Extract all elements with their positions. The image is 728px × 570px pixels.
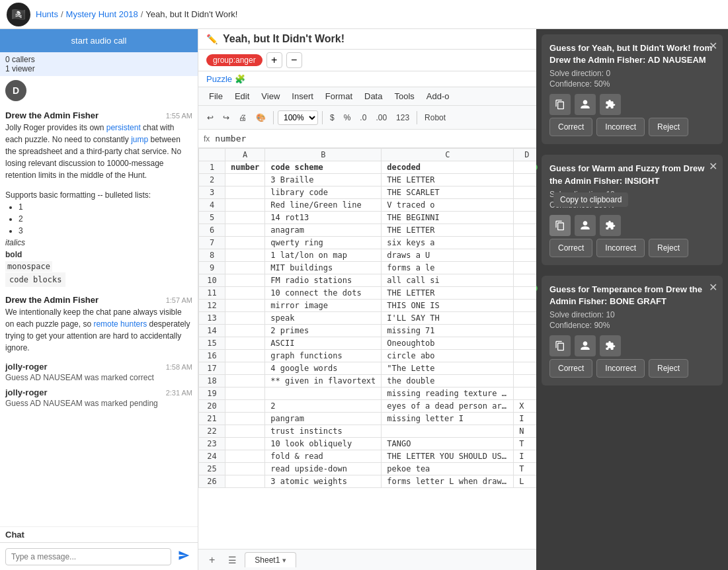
grid-cell-1-c[interactable]: decoded [382,161,514,174]
grid-cell-7-c[interactable]: six keys a [382,237,514,249]
grid-cell-24-d[interactable]: I [514,450,536,463]
grid-cell-18-b[interactable]: ** given in flavortext [265,375,382,387]
guess-card-1-incorrect-btn[interactable]: Incorrect [596,118,645,136]
grid-cell-4-d[interactable] [514,199,536,212]
guess-card-1-correct-btn[interactable]: Correct [549,118,592,136]
grid-cell-18-a[interactable] [225,375,265,387]
guess-card-1-close[interactable]: ✕ [709,40,717,52]
grid-cell-14-c[interactable]: missing 71 [382,325,514,337]
toolbar-undo[interactable]: ↩ [204,111,217,124]
grid-cell-7-d[interactable] [514,237,536,249]
grid-cell-13-c[interactable]: I'LL SAY TH [382,312,514,325]
grid-cell-18-c[interactable]: the double [382,375,514,387]
guess-card-1-reject-btn[interactable]: Reject [649,118,688,136]
grid-cell-22-b[interactable]: trust instincts [265,425,382,438]
grid-cell-2-a[interactable] [225,174,265,186]
grid-cell-25-a[interactable] [225,463,265,475]
toolbar-paintformat[interactable]: 🎨 [253,111,269,124]
toolbar-decimal1[interactable]: .0 [356,111,370,124]
row-num-10[interactable]: 10 [199,274,225,287]
menu-view[interactable]: View [256,90,285,102]
row-num-6[interactable]: 6 [199,224,225,237]
row-num-7[interactable]: 7 [199,237,225,249]
guess-card-1-user-btn[interactable] [575,94,596,115]
sheet-add-button[interactable]: + [204,551,220,569]
grid-cell-23-a[interactable] [225,438,265,450]
toolbar-decimal2[interactable]: .00 [372,111,390,124]
row-num-13[interactable]: 13 [199,312,225,325]
grid-cell-16-b[interactable]: graph functions [265,350,382,362]
grid-cell-17-c[interactable]: "The Lette [382,362,514,375]
grid-cell-2-c[interactable]: THE LETTER [382,174,514,186]
grid-cell-24-c[interactable]: THE LETTER YOU SHOULD USE IS INDIA [382,450,514,463]
col-header-b[interactable]: B [265,149,382,161]
grid-cell-15-a[interactable] [225,337,265,350]
grid-container[interactable]: A B C D 1numbercode schemedecoded23 Brai… [198,148,536,549]
row-num-4[interactable]: 4 [199,199,225,212]
row-num-16[interactable]: 16 [199,350,225,362]
grid-cell-7-a[interactable] [225,237,265,249]
grid-cell-25-b[interactable]: read upside-down [265,463,382,475]
grid-cell-22-c[interactable] [382,425,514,438]
guess-card-2-copy-btn[interactable] [549,215,571,236]
grid-cell-14-b[interactable]: 2 primes [265,325,382,337]
guess-card-3-puzzle-btn[interactable] [600,335,621,356]
row-num-26[interactable]: 26 [199,475,225,488]
guess-card-3-close[interactable]: ✕ [709,281,717,294]
row-num-8[interactable]: 8 [199,249,225,262]
grid-cell-8-c[interactable]: draws a U [382,249,514,262]
guess-card-2-correct-btn[interactable]: Correct [549,239,592,257]
grid-cell-6-c[interactable]: THE LETTER [382,224,514,237]
toolbar-123[interactable]: 123 [393,111,413,124]
grid-cell-25-d[interactable]: T [514,463,536,475]
grid-cell-22-a[interactable] [225,425,265,438]
grid-cell-2-b[interactable]: 3 Braille [265,174,382,186]
grid-cell-4-a[interactable] [225,199,265,212]
grid-cell-21-d[interactable]: I [514,413,536,425]
chat-link-persistent[interactable]: persistent [106,123,141,132]
grid-cell-25-c[interactable]: pekoe tea [382,463,514,475]
menu-insert[interactable]: Insert [286,90,319,102]
grid-cell-4-b[interactable]: Red line/Green line [265,199,382,212]
grid-cell-12-c[interactable]: THIS ONE IS [382,300,514,312]
grid-cell-15-c[interactable]: Oneoughtob [382,337,514,350]
grid-cell-9-a[interactable] [225,262,265,274]
row-num-23[interactable]: 23 [199,438,225,450]
menu-tools[interactable]: Tools [389,90,419,102]
grid-cell-3-a[interactable] [225,186,265,199]
grid-cell-9-b[interactable]: MIT buildings [265,262,382,274]
grid-cell-13-a[interactable] [225,312,265,325]
guess-card-3-incorrect-btn[interactable]: Incorrect [596,359,645,378]
grid-cell-11-d[interactable] [514,287,536,300]
grid-cell-26-d[interactable]: L [514,475,536,488]
grid-cell-1-a[interactable]: number [225,161,265,174]
grid-cell-26-c[interactable]: forms letter L when drawn on periodic ta… [382,475,514,488]
grid-cell-23-c[interactable]: TANGO [382,438,514,450]
grid-cell-11-b[interactable]: 10 connect the dots [265,287,382,300]
grid-cell-6-a[interactable] [225,224,265,237]
grid-cell-6-d[interactable] [514,224,536,237]
grid-cell-16-d[interactable] [514,350,536,362]
grid-cell-8-b[interactable]: 1 lat/lon on map [265,249,382,262]
row-num-22[interactable]: 22 [199,425,225,438]
grid-cell-21-a[interactable] [225,413,265,425]
row-num-24[interactable]: 24 [199,450,225,463]
row-num-3[interactable]: 3 [199,186,225,199]
grid-cell-12-b[interactable]: mirror image [265,300,382,312]
grid-cell-20-a[interactable] [225,400,265,413]
grid-cell-5-a[interactable] [225,212,265,224]
hunts-link[interactable]: Hunts [36,9,58,19]
guess-card-3-copy-btn[interactable] [549,335,571,356]
grid-cell-12-a[interactable] [225,300,265,312]
guess-card-2-incorrect-btn[interactable]: Incorrect [596,239,645,257]
audio-call-button[interactable]: start audio call [0,29,198,52]
grid-cell-3-d[interactable] [514,186,536,199]
grid-cell-8-d[interactable] [514,249,536,262]
grid-cell-15-b[interactable]: ASCII [265,337,382,350]
row-num-1[interactable]: 1 [199,161,225,174]
tag-remove-button[interactable]: − [286,52,302,68]
row-num-19[interactable]: 19 [199,387,225,400]
row-num-15[interactable]: 15 [199,337,225,350]
grid-cell-22-d[interactable]: N [514,425,536,438]
grid-cell-17-b[interactable]: 4 google words [265,362,382,375]
